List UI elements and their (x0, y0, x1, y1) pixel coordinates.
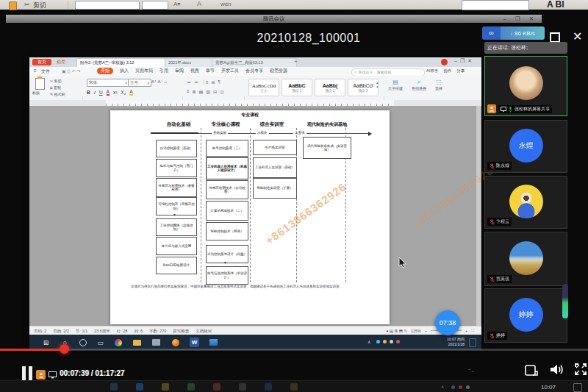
font-grow-shrink-icons[interactable]: A⁺ A⁻ ⌂ (151, 79, 167, 84)
zoom-in-button[interactable]: + (465, 329, 467, 333)
tab-start[interactable]: 开始 (97, 68, 113, 74)
notification-center-icon[interactable] (469, 338, 476, 347)
text-effects-icon[interactable]: A (197, 0, 201, 7)
taskbar-app-icon[interactable] (239, 383, 246, 391)
find-replace-tool[interactable]: ⌕查找替换 (412, 79, 426, 90)
file-explorer-icon[interactable] (132, 338, 142, 347)
tab-insert[interactable]: 插入 (120, 68, 129, 74)
meeting-window-controls[interactable]: ‒ ❐ ✕ (503, 15, 537, 22)
wps-docer-tab[interactable]: 稻壳 (57, 59, 65, 65)
tray-icon[interactable] (390, 340, 393, 343)
tray-icon[interactable] (376, 340, 380, 343)
zoom-level[interactable]: 115% (411, 329, 421, 333)
mini-player-icon[interactable] (525, 365, 538, 376)
tray-expand-icon[interactable]: ∧ (441, 384, 444, 389)
participant-tile[interactable]: 永煌 陈永煌 (484, 120, 567, 173)
file-menu[interactable]: 文件 (41, 68, 50, 75)
tray-icon[interactable] (383, 340, 387, 343)
superscript-button[interactable]: x² (113, 90, 117, 95)
start-button[interactable]: ⊞ (41, 338, 51, 347)
proofread-toggle[interactable]: 文档校对 (196, 329, 212, 334)
network-speed-badge[interactable]: ∞ ↓ 86 KB/s (482, 26, 545, 40)
pause-button[interactable] (22, 366, 32, 382)
paste-icon[interactable] (35, 78, 45, 90)
tray-expand-icon[interactable]: ∧ (368, 339, 370, 344)
document-scrollbar[interactable] (476, 106, 481, 326)
volume-icon[interactable] (550, 363, 564, 376)
wps-writer-icon[interactable]: W (190, 338, 199, 347)
font-name-box[interactable] (75, 1, 140, 10)
copy-button[interactable]: ⧉ 复制 (50, 85, 65, 91)
wps-home-tab[interactable]: 首页 (32, 59, 51, 65)
format-painter-button[interactable]: ✎ 格式刷 (50, 91, 65, 98)
style-card-preset1[interactable]: AaBbC预设 1 (282, 79, 312, 96)
document-page[interactable]: 专业课程 自动化基础 专业核心课程 综合实训室 现代制造的实训基地 基础实验 小… (110, 110, 390, 324)
close-button[interactable]: ✕ (573, 29, 582, 43)
command-search-box[interactable]: ⌕ 查找命令、搜索模板 (351, 68, 425, 76)
ai-helper-button[interactable]: AI帮手 (426, 68, 438, 74)
list-icons[interactable]: ≔≕⋮≡⊞¶ (187, 79, 220, 85)
status-word-count[interactable]: 字数: 270 (149, 329, 166, 334)
participant-tile[interactable]: 婷婷 婷婷 (484, 288, 567, 343)
tab-page-layout[interactable]: 页面布局 (135, 68, 153, 74)
quick-access-icons[interactable]: ▣ ⎙ ↶ ↷ (62, 68, 81, 74)
meeting-duration-bubble[interactable]: 07:38 (435, 310, 460, 335)
style-card-preset3[interactable]: AaBbCcl预设 3 (348, 79, 379, 96)
taskbar-app-icon[interactable] (187, 383, 195, 391)
taskbar-app-icon[interactable] (136, 383, 143, 391)
seek-bar-track[interactable] (0, 349, 588, 351)
style-card-preset2[interactable]: AaBb(预设 2 (315, 79, 345, 96)
taskbar-app-icon[interactable] (162, 383, 169, 391)
tab-references[interactable]: 引用 (159, 68, 168, 74)
taskbar-app-icon[interactable] (213, 383, 220, 391)
paste-label[interactable]: 粘贴 (32, 90, 40, 95)
member-avatar[interactable] (441, 59, 448, 65)
wps-window-controls[interactable]: ‒❐✕ (454, 58, 475, 64)
text-layout-tool[interactable]: ▤文字排版 (388, 79, 403, 90)
seek-bar-handle[interactable] (60, 344, 69, 354)
tray-clock[interactable]: 10:07 周四 2021/1/28 (428, 337, 465, 347)
style-card-body[interactable]: AaBbCcDd正文 (248, 79, 279, 96)
ruler[interactable] (29, 100, 481, 106)
tab-devtools[interactable]: 开发工具 (221, 68, 239, 74)
zoom-out-button[interactable]: − (425, 329, 427, 333)
tray-icon[interactable] (459, 385, 462, 389)
tab-section[interactable]: 章节 (206, 68, 215, 74)
participant-tile[interactable]: 卞程云 (484, 176, 567, 229)
task-view-icon[interactable]: ▭ (96, 338, 105, 347)
scroll-dots-icon[interactable]: ⌃⌄ (467, 368, 475, 373)
wps-doc-tab-2[interactable]: 2021年.docx (165, 58, 216, 67)
cut-button[interactable]: ✂ 剪切 (50, 78, 65, 85)
share-button[interactable]: 分享 (456, 68, 465, 74)
document-area[interactable]: 专业课程 自动化基础 专业核心课程 综合实训室 现代制造的实训基地 基础实验 小… (29, 106, 481, 326)
cut-label[interactable]: 剪切 (33, 1, 46, 10)
subscript-button[interactable]: X₂ (121, 90, 126, 95)
highlight-button[interactable]: A (129, 89, 132, 96)
font-size-box[interactable] (142, 1, 168, 10)
gallery-scroll-arrows[interactable]: ▴▾ (376, 80, 379, 89)
photos-app-icon[interactable] (209, 338, 218, 347)
font-name-select[interactable]: 宋体▾ (87, 79, 129, 87)
wps-new-tab-button[interactable]: + (294, 58, 298, 65)
taskbar-app-icon[interactable] (290, 383, 298, 391)
color-wheel-app-icon[interactable] (113, 338, 123, 347)
tray-icon[interactable] (451, 385, 455, 389)
fullscreen-icon[interactable] (575, 363, 587, 375)
tray-icon[interactable] (396, 340, 400, 343)
hamburger-icon[interactable]: ≡ (34, 68, 37, 73)
view-mode-icons[interactable]: ♦ ▤ ≣ ⬒ ✎ (387, 329, 408, 333)
italic-button[interactable]: I (94, 90, 96, 95)
fit-screen-icon[interactable]: ⛶ (471, 328, 474, 333)
wps-doc-tab-3[interactable]: 贵苏A认较全三_高级03.13 (212, 58, 297, 67)
taskbar-app-icon[interactable] (265, 383, 272, 391)
tab-review[interactable]: 审阅 (175, 68, 184, 74)
spellcheck-toggle[interactable]: 拼写检查 (173, 329, 189, 334)
tray-icon[interactable] (466, 385, 470, 389)
tab-docer-res[interactable]: 稻壳资源 (270, 68, 287, 74)
taskbar-app-icon[interactable] (110, 383, 118, 391)
alignment-icons[interactable]: ≡≣▤▥⊟◫ (187, 89, 224, 94)
font-grow-icon[interactable]: A▾ (173, 1, 180, 7)
tab-view[interactable]: 视图 (190, 68, 199, 74)
notification-center-icon[interactable] (573, 383, 582, 392)
maximize-button[interactable] (550, 32, 560, 43)
